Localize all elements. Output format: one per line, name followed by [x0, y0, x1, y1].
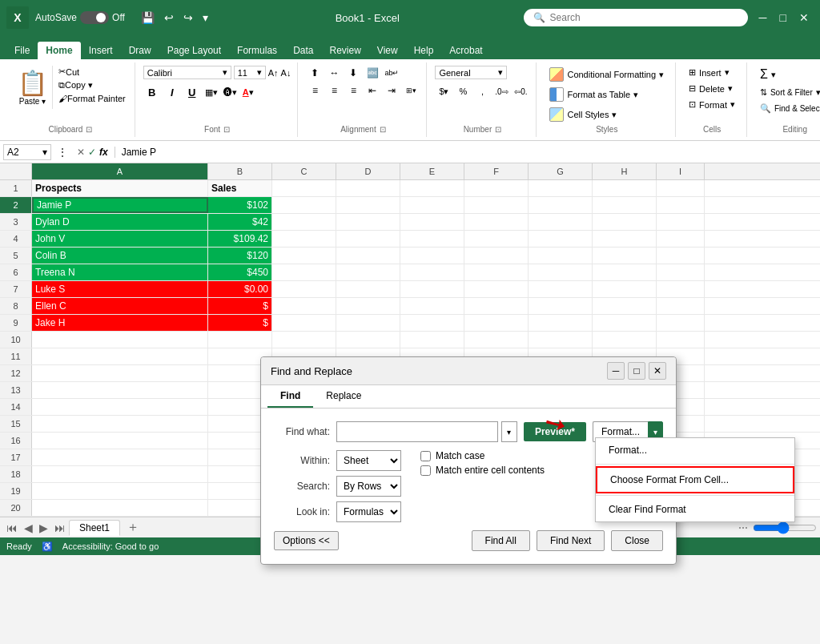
list-item[interactable]: Ellen C — [32, 298, 208, 314]
col-header-h[interactable]: H — [593, 163, 657, 179]
col-header-i[interactable]: I — [657, 163, 705, 179]
tab-draw[interactable]: Draw — [121, 42, 159, 59]
list-item[interactable] — [32, 332, 208, 348]
list-item[interactable] — [593, 315, 657, 331]
list-item[interactable] — [32, 466, 208, 482]
list-item[interactable]: $120 — [208, 248, 272, 264]
list-item[interactable] — [208, 332, 272, 348]
tab-insert[interactable]: Insert — [81, 42, 121, 59]
list-item[interactable] — [657, 298, 705, 314]
align-center-button[interactable]: ≡ — [325, 83, 343, 98]
row-number[interactable]: 3 — [0, 214, 32, 230]
list-item[interactable] — [400, 332, 464, 348]
options-button[interactable]: Options << — [274, 531, 339, 550]
list-item[interactable]: Treena N — [32, 264, 208, 280]
search-box[interactable]: 🔍 — [524, 9, 748, 26]
list-item[interactable] — [272, 332, 336, 348]
number-expand[interactable]: ⊡ — [495, 125, 501, 134]
list-item[interactable] — [400, 315, 464, 331]
save-button[interactable]: 💾 — [138, 10, 158, 26]
more-sheets-button[interactable]: ⋯ — [738, 522, 748, 533]
angle-text-button[interactable]: 🔤 — [364, 66, 381, 80]
list-item[interactable] — [336, 264, 400, 280]
font-size-dropdown[interactable]: 11 ▾ — [234, 66, 266, 79]
list-item[interactable] — [657, 214, 705, 230]
clipboard-expand[interactable]: ⊡ — [86, 125, 92, 134]
list-item[interactable] — [336, 214, 400, 230]
row-number[interactable]: 1 — [0, 180, 32, 196]
list-item[interactable] — [336, 281, 400, 297]
increase-font-button[interactable]: A↑ — [268, 68, 279, 78]
copy-button[interactable]: ⧉ Copy ▾ — [56, 79, 128, 91]
close-window-button[interactable]: ✕ — [794, 10, 814, 26]
list-item[interactable]: Colin B — [32, 248, 208, 264]
list-item[interactable] — [32, 433, 208, 449]
list-item[interactable] — [529, 180, 593, 196]
list-item[interactable] — [593, 248, 657, 264]
underline-button[interactable]: U — [183, 84, 201, 100]
conditional-formatting-button[interactable]: Conditional Formatting ▾ — [545, 66, 669, 83]
list-item[interactable]: $ — [208, 298, 272, 314]
row-number[interactable]: 7 — [0, 281, 32, 297]
col-header-g[interactable]: G — [529, 163, 593, 179]
list-item[interactable] — [400, 231, 464, 247]
list-item[interactable] — [336, 180, 400, 196]
dropdown-item-choose-format[interactable]: Choose Format From Cell... — [596, 466, 794, 493]
list-item[interactable] — [336, 298, 400, 314]
cell-reference-box[interactable]: A2 ▾ — [3, 144, 51, 160]
list-item[interactable] — [464, 180, 529, 196]
comma-button[interactable]: , — [473, 84, 491, 99]
percent-button[interactable]: % — [454, 84, 472, 99]
autosave-toggle[interactable] — [80, 11, 109, 24]
col-header-d[interactable]: D — [336, 163, 400, 179]
list-item[interactable]: $109.42 — [208, 231, 272, 247]
list-item[interactable] — [272, 248, 336, 264]
list-item[interactable] — [657, 231, 705, 247]
find-select-button[interactable]: 🔍 Find & Select ▾ — [755, 102, 820, 115]
sheet-nav-next[interactable]: ▶ — [36, 520, 51, 536]
find-what-input[interactable] — [336, 421, 498, 442]
list-item[interactable] — [657, 264, 705, 280]
row-number[interactable]: 11 — [0, 348, 32, 364]
row-number[interactable]: 12 — [0, 365, 32, 381]
confirm-formula-button[interactable]: ✓ — [88, 147, 96, 158]
list-item[interactable] — [657, 248, 705, 264]
zoom-slider[interactable] — [753, 521, 817, 534]
row-number[interactable]: 10 — [0, 332, 32, 348]
list-item[interactable] — [464, 248, 529, 264]
decrease-decimal-button[interactable]: ⇦0. — [512, 84, 529, 99]
row-number[interactable]: 15 — [0, 416, 32, 432]
within-dropdown[interactable]: Sheet — [336, 450, 401, 471]
format-as-table-button[interactable]: Format as Table ▾ — [545, 86, 643, 103]
list-item[interactable] — [400, 248, 464, 264]
dialog-close-button[interactable]: ✕ — [649, 362, 666, 380]
list-item[interactable] — [336, 197, 400, 213]
tab-page-layout[interactable]: Page Layout — [159, 42, 229, 59]
number-format-dropdown[interactable]: General ▾ — [435, 66, 507, 79]
list-item[interactable] — [657, 197, 705, 213]
list-item[interactable] — [529, 197, 593, 213]
list-item[interactable]: John V — [32, 231, 208, 247]
list-item[interactable] — [593, 197, 657, 213]
align-top-button[interactable]: ⬆ — [306, 66, 324, 80]
dialog-maximize-button[interactable]: □ — [628, 362, 645, 380]
row-number[interactable]: 19 — [0, 483, 32, 499]
list-item[interactable] — [657, 332, 705, 348]
list-item[interactable] — [32, 416, 208, 432]
list-item[interactable] — [593, 298, 657, 314]
sheet-nav-prev[interactable]: ◀ — [21, 520, 36, 536]
font-name-dropdown[interactable]: Calibri ▾ — [143, 66, 231, 79]
find-all-button[interactable]: Find All — [472, 530, 530, 551]
sort-filter-button[interactable]: ⇅ Sort & Filter ▾ — [755, 86, 820, 99]
list-item[interactable] — [272, 180, 336, 196]
list-item[interactable] — [400, 180, 464, 196]
sheet-nav-first[interactable]: ⏮ — [3, 520, 21, 536]
sheet-nav-last[interactable]: ⏭ — [51, 520, 69, 536]
list-item[interactable] — [272, 264, 336, 280]
list-item[interactable]: Jake H — [32, 315, 208, 331]
row-number[interactable]: 20 — [0, 500, 32, 516]
font-expand[interactable]: ⊡ — [223, 125, 230, 134]
dialog-minimize-button[interactable]: ─ — [607, 362, 625, 380]
list-item[interactable] — [529, 231, 593, 247]
dollar-button[interactable]: $▾ — [435, 84, 452, 99]
